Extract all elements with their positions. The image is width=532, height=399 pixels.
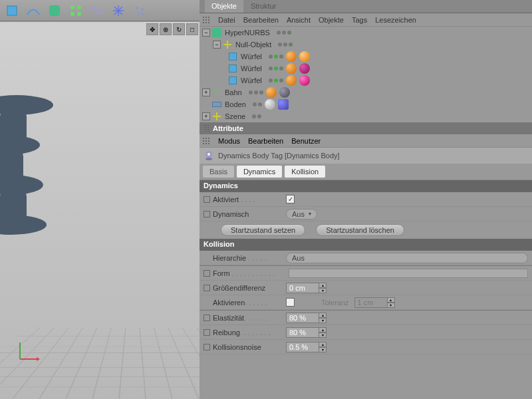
tool-spline[interactable] (23, 1, 44, 20)
label: Kollisionsnoise (213, 343, 261, 351)
svg-point-6 (136, 7, 138, 9)
subtab-basis[interactable]: Basis (202, 165, 235, 178)
material-ball[interactable] (286, 75, 297, 86)
material-ball[interactable] (299, 63, 310, 74)
sizediff-input[interactable] (286, 283, 319, 293)
hierarchy-dropdown[interactable]: Aus (286, 253, 528, 263)
material-ball[interactable] (299, 75, 310, 86)
lock-icon[interactable] (203, 211, 210, 217)
tool-particle[interactable] (129, 1, 150, 20)
tree-cube-1[interactable]: Würfel (200, 51, 532, 63)
prop-elasticity: Elastizität. . . . . . ▴▾ (200, 311, 532, 325)
grip-icon[interactable] (202, 137, 210, 145)
svg-point-7 (141, 8, 144, 11)
spline-icon (212, 90, 221, 94)
tree-label: Würfel (241, 53, 262, 61)
lock-icon[interactable] (203, 285, 210, 291)
expand-icon[interactable]: + (202, 112, 210, 120)
tree-cube-3[interactable]: Würfel (200, 74, 532, 86)
menu-tags[interactable]: Tags (352, 16, 367, 24)
spinner[interactable]: ▴▾ (319, 342, 327, 352)
prop-activate: Aktivieren. . . . . . Toleranz ▴▾ (200, 295, 532, 310)
material-ball[interactable] (279, 87, 290, 98)
material-ball[interactable] (265, 99, 275, 110)
attr-subtabs: Basis Dynamics Kollision (200, 164, 532, 180)
tool-cube[interactable] (1, 1, 23, 20)
expand-icon[interactable]: − (202, 29, 210, 37)
expand-icon[interactable]: − (213, 41, 221, 49)
tool-nurbs[interactable] (44, 1, 65, 20)
tolerance-label: Toleranz (321, 299, 349, 307)
grip-icon[interactable] (203, 124, 209, 132)
material-ball[interactable] (299, 51, 310, 62)
menu-edit[interactable]: Bearbeiten (248, 137, 283, 145)
tab-structure[interactable]: Struktur (244, 0, 284, 13)
activate-checkbox[interactable] (286, 298, 295, 307)
friction-input[interactable] (286, 327, 319, 338)
spinner[interactable]: ▴▾ (319, 283, 327, 293)
tool-array[interactable] (65, 1, 86, 20)
set-start-state-button[interactable]: Startzustand setzen (221, 224, 305, 236)
menu-objects[interactable]: Objekte (319, 16, 344, 24)
vp-zoom-icon[interactable]: ⊕ (160, 23, 172, 35)
subtab-kollision[interactable]: Kollision (284, 165, 326, 178)
viewport-3d[interactable]: ✥ ⊕ ↻ □ (0, 22, 200, 399)
vp-rotate-icon[interactable]: ↻ (173, 23, 185, 35)
label: Größendifferenz (213, 284, 265, 292)
menu-view[interactable]: Ansicht (287, 16, 311, 24)
menu-edit[interactable]: Bearbeiten (243, 16, 279, 24)
menu-user[interactable]: Benutzer (291, 137, 321, 145)
tree-spline[interactable]: + Bahn (200, 86, 532, 98)
lock-icon[interactable] (203, 196, 210, 203)
object-tree[interactable]: − HyperNURBS − Null-Objekt Würfel Würfel (200, 27, 532, 122)
activated-checkbox[interactable] (286, 195, 295, 203)
prop-friction: Reibung. . . . . . . . ▴▾ (200, 325, 532, 340)
object-menubar: Datei Bearbeiten Ansicht Objekte Tags Le… (200, 13, 532, 27)
dynamics-tag-icon[interactable] (278, 99, 289, 110)
spinner[interactable]: ▴▾ (319, 327, 327, 338)
lock-icon[interactable] (203, 344, 210, 350)
noise-input[interactable] (286, 342, 319, 352)
tree-label: Szene (225, 112, 245, 120)
grip-icon[interactable] (202, 16, 210, 24)
expand-icon[interactable]: + (202, 88, 210, 96)
tree-cube-2[interactable]: Würfel (200, 63, 532, 74)
lock-icon[interactable] (203, 329, 210, 336)
lock-icon[interactable] (203, 270, 210, 277)
tool-deform[interactable] (86, 1, 108, 20)
tree-label: Bahn (225, 88, 242, 96)
tree-floor[interactable]: Boden (200, 98, 532, 110)
tree-label: Null-Objekt (235, 41, 271, 49)
delete-start-state-button[interactable]: Startzustand löschen (316, 224, 404, 236)
tree-label: Boden (225, 100, 246, 108)
lock-icon[interactable] (203, 315, 210, 321)
material-ball[interactable] (286, 51, 297, 62)
tool-scene[interactable] (108, 1, 129, 20)
attribute-menubar: Modus Bearbeiten Benutzer (200, 134, 532, 148)
material-ball[interactable] (286, 63, 297, 74)
material-ball[interactable] (266, 87, 277, 98)
vp-max-icon[interactable]: □ (186, 23, 198, 35)
form-dropdown[interactable] (289, 269, 528, 278)
menu-file[interactable]: Datei (218, 16, 235, 24)
elasticity-input[interactable] (286, 313, 319, 323)
dynamic-dropdown[interactable]: Aus▾ (286, 209, 317, 219)
tag-name: Dynamics Body Tag [Dynamics Body] (218, 152, 340, 160)
viewport-model (0, 62, 60, 261)
cube-icon (229, 65, 237, 72)
label: Aktivieren (213, 299, 245, 307)
label: Hierarchie (213, 254, 246, 262)
menu-bookmarks[interactable]: Lesezeichen (375, 16, 416, 24)
attribute-title: Attribute (213, 124, 243, 132)
tree-nullobject[interactable]: − Null-Objekt (200, 39, 532, 51)
label: Aktiviert (213, 196, 239, 203)
tab-objects[interactable]: Objekte (205, 0, 244, 13)
tree-hypernurbs[interactable]: − HyperNURBS (200, 27, 532, 39)
menu-mode[interactable]: Modus (218, 137, 240, 145)
tree-scene[interactable]: + Szene (200, 110, 532, 122)
tree-label: Würfel (241, 76, 262, 84)
vp-pan-icon[interactable]: ✥ (146, 23, 158, 35)
spinner[interactable]: ▴▾ (319, 313, 327, 323)
cube-icon (229, 76, 237, 84)
subtab-dynamics[interactable]: Dynamics (236, 165, 283, 178)
